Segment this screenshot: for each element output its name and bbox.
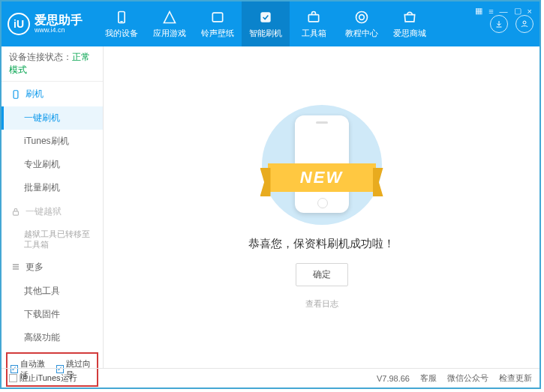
app-name: 爱思助手	[35, 13, 83, 27]
store-icon	[402, 10, 417, 25]
media-icon	[210, 10, 225, 25]
svg-rect-4	[308, 14, 318, 21]
close-button[interactable]: ×	[527, 7, 532, 16]
ok-button[interactable]: 确定	[296, 263, 348, 286]
svg-point-6	[359, 14, 365, 19]
section-label: 一键越狱	[26, 205, 62, 218]
section-more[interactable]: 更多	[2, 255, 103, 280]
svg-rect-9	[14, 211, 19, 214]
version-label: V7.98.66	[377, 374, 410, 383]
nav-toolbox[interactable]: 工具箱	[290, 1, 338, 46]
app-site: www.i4.cn	[35, 27, 83, 34]
nav-label: 工具箱	[302, 28, 326, 39]
service-link[interactable]: 客服	[420, 373, 437, 384]
more-icon	[11, 262, 21, 272]
header: iU 爱思助手 www.i4.cn 我的设备 应用游戏 铃声壁纸 智能刷机 工具…	[2, 1, 539, 46]
checkbox-label: 阻止iTunes运行	[20, 373, 77, 384]
user-icon	[520, 19, 529, 28]
svg-rect-3	[260, 12, 270, 22]
jailbreak-moved-note: 越狱工具已转移至工具箱	[2, 224, 103, 255]
svg-rect-8	[14, 90, 18, 98]
svg-point-5	[356, 11, 368, 22]
nav-label: 我的设备	[105, 28, 138, 39]
view-log-link[interactable]: 查看日志	[305, 298, 338, 310]
block-itunes-checkbox[interactable]: 阻止iTunes运行	[9, 373, 77, 384]
nav-media[interactable]: 铃声壁纸	[194, 1, 242, 46]
connection-status: 设备连接状态：正常模式	[2, 46, 103, 82]
minimize-button[interactable]: —	[500, 7, 508, 16]
nav-device[interactable]: 我的设备	[98, 1, 146, 46]
sidebar-item-oneclick[interactable]: 一键刷机	[2, 106, 103, 130]
svg-rect-2	[212, 13, 222, 22]
device-icon	[114, 10, 129, 25]
sidebar-item-itunes[interactable]: iTunes刷机	[2, 130, 103, 153]
device-info[interactable]: iPhone 12 mini 64GB Down-12mini-13,1	[2, 390, 103, 392]
nav-flash[interactable]: 智能刷机	[242, 1, 290, 46]
sidebar: 设备连接状态：正常模式 刷机 一键刷机 iTunes刷机 专业刷机 批量刷机 一…	[2, 46, 104, 368]
sidebar-item-firmware[interactable]: 下载固件	[2, 303, 103, 326]
main-content: NEW 恭喜您，保资料刷机成功啦！ 确定 查看日志	[104, 46, 539, 368]
download-button[interactable]	[490, 15, 508, 33]
section-label: 更多	[26, 261, 44, 274]
nav-label: 应用游戏	[153, 28, 186, 39]
phone-icon	[11, 89, 21, 100]
menu-icon[interactable]: ▦	[475, 6, 482, 16]
nav-label: 教程中心	[345, 28, 378, 39]
section-flash[interactable]: 刷机	[2, 82, 103, 106]
success-illustration: NEW	[262, 105, 382, 225]
status-label: 设备连接状态：	[9, 52, 72, 62]
lock-icon	[11, 207, 21, 217]
tutorial-icon	[354, 10, 369, 25]
update-link[interactable]: 检查更新	[499, 373, 532, 384]
maximize-button[interactable]: ▢	[514, 6, 521, 16]
success-message: 恭喜您，保资料刷机成功啦！	[248, 237, 395, 251]
nav-label: 铃声壁纸	[201, 28, 234, 39]
wechat-link[interactable]: 微信公众号	[447, 373, 488, 384]
window-controls: ▦ ≡ — ▢ ×	[475, 6, 535, 16]
download-icon	[494, 19, 503, 28]
logo: iU 爱思助手 www.i4.cn	[8, 13, 98, 35]
sidebar-item-advanced[interactable]: 高级功能	[2, 326, 103, 349]
sidebar-item-batch[interactable]: 批量刷机	[2, 176, 103, 199]
section-jailbreak: 一键越狱	[2, 199, 103, 224]
new-ribbon: NEW	[268, 163, 376, 192]
sidebar-item-pro[interactable]: 专业刷机	[2, 153, 103, 176]
nav-label: 爱思商城	[393, 28, 426, 39]
flash-icon	[258, 10, 273, 25]
user-button[interactable]	[515, 15, 533, 33]
nav-apps[interactable]: 应用游戏	[146, 1, 194, 46]
section-label: 刷机	[26, 88, 44, 100]
nav-tutorial[interactable]: 教程中心	[338, 1, 386, 46]
nav-label: 智能刷机	[249, 28, 282, 39]
main-nav: 我的设备 应用游戏 铃声壁纸 智能刷机 工具箱 教程中心 爱思商城	[98, 1, 434, 46]
toolbox-icon	[306, 10, 321, 25]
logo-icon: iU	[8, 13, 30, 35]
svg-point-7	[523, 21, 526, 24]
settings-icon[interactable]: ≡	[488, 7, 493, 16]
footer: 阻止iTunes运行 V7.98.66 客服 微信公众号 检查更新	[2, 368, 539, 388]
sidebar-item-other[interactable]: 其他工具	[2, 280, 103, 303]
apps-icon	[162, 10, 177, 25]
nav-store[interactable]: 爱思商城	[386, 1, 434, 46]
